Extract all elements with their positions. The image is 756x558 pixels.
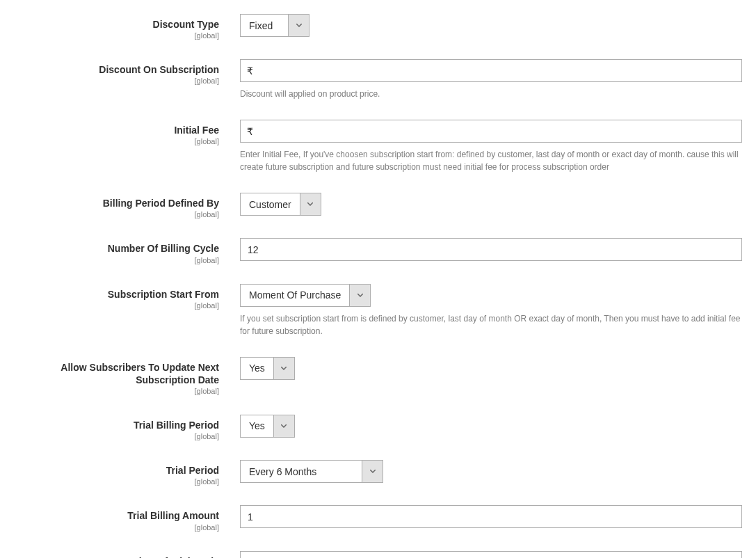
subscription-start-from-help: If you set subscription start from is de… (240, 312, 742, 337)
control-col (240, 505, 749, 531)
scope-label: [global] (7, 301, 219, 310)
field-trial-billing-amount: Trial Billing Amount [global] (7, 505, 749, 531)
label-col: Billing Period Defined By [global] (7, 193, 240, 218)
allow-update-next-date-select[interactable]: Yes (240, 357, 295, 380)
currency-icon: ₹ (247, 65, 253, 77)
scope-label: [global] (7, 432, 219, 440)
scope-label: [global] (7, 477, 219, 486)
select-value: Moment Of Purchase (241, 285, 349, 306)
select-value: Customer (241, 193, 300, 215)
initial-fee-label: Initial Fee (7, 124, 219, 136)
control-col (240, 551, 749, 559)
control-col: ₹ Discount will applied on product price… (240, 59, 749, 100)
trial-period-select[interactable]: Every 6 Months (240, 460, 383, 483)
number-of-trial-cycle-input[interactable] (240, 551, 742, 559)
select-value: Yes (241, 415, 273, 437)
trial-billing-amount-input[interactable] (240, 505, 742, 528)
trial-billing-period-label: Trial Billing Period (7, 419, 219, 431)
chevron-down-icon (349, 285, 370, 306)
control-col: Yes (240, 357, 749, 395)
label-col: Discount Type [global] (7, 14, 240, 40)
field-subscription-start-from: Subscription Start From [global] Moment … (7, 284, 749, 337)
billing-period-defined-by-select[interactable]: Customer (240, 193, 321, 216)
label-col: Trial Period [global] (7, 460, 240, 486)
control-col: Fixed (240, 14, 749, 40)
control-col: Yes (240, 415, 749, 440)
scope-label: [global] (7, 256, 219, 264)
field-number-of-billing-cycle: Number Of Billing Cycle [global] (7, 238, 749, 264)
field-discount-on-subscription: Discount On Subscription [global] ₹ Disc… (7, 59, 749, 100)
scope-label: [global] (7, 387, 219, 395)
subscription-start-from-label: Subscription Start From (7, 288, 219, 301)
control-col: Moment Of Purchase If you set subscripti… (240, 284, 749, 337)
chevron-down-icon (288, 15, 309, 36)
scope-label: [global] (7, 77, 219, 85)
initial-fee-input[interactable] (240, 120, 742, 143)
scope-label: [global] (7, 137, 219, 145)
field-billing-period-defined-by: Billing Period Defined By [global] Custo… (7, 193, 749, 218)
trial-billing-amount-label: Trial Billing Amount (7, 509, 219, 522)
billing-period-defined-by-label: Billing Period Defined By (7, 197, 219, 209)
number-of-trial-cycle-label: Number Of Trial Cycle (7, 555, 219, 559)
currency-icon: ₹ (247, 126, 253, 137)
control-col: ₹ Enter Initial Fee, If you've choosen s… (240, 120, 749, 173)
field-trial-period: Trial Period [global] Every 6 Months (7, 460, 749, 486)
label-col: Trial Billing Amount [global] (7, 505, 240, 531)
label-col: Number Of Billing Cycle [global] (7, 238, 240, 264)
chevron-down-icon (362, 461, 383, 482)
number-of-billing-cycle-label: Number Of Billing Cycle (7, 242, 219, 255)
discount-on-subscription-wrap: ₹ (240, 59, 742, 82)
select-value: Yes (241, 358, 273, 379)
field-discount-type: Discount Type [global] Fixed (7, 14, 749, 40)
label-col: Trial Billing Period [global] (7, 415, 240, 440)
number-of-billing-cycle-input[interactable] (240, 238, 742, 261)
trial-billing-period-select[interactable]: Yes (240, 415, 295, 438)
trial-period-label: Trial Period (7, 464, 219, 477)
field-number-of-trial-cycle: Number Of Trial Cycle [global] (7, 551, 749, 559)
chevron-down-icon (300, 193, 321, 215)
initial-fee-wrap: ₹ (240, 120, 742, 143)
subscription-start-from-select[interactable]: Moment Of Purchase (240, 284, 371, 307)
allow-update-next-date-label: Allow Subscribers To Update Next Subscri… (7, 361, 219, 386)
discount-type-label: Discount Type (7, 18, 219, 31)
discount-on-subscription-input[interactable] (240, 59, 742, 82)
control-col (240, 238, 749, 264)
scope-label: [global] (7, 523, 219, 532)
chevron-down-icon (273, 415, 294, 437)
control-col: Every 6 Months (240, 460, 749, 486)
label-col: Subscription Start From [global] (7, 284, 240, 337)
scope-label: [global] (7, 210, 219, 218)
field-allow-update-next-date: Allow Subscribers To Update Next Subscri… (7, 357, 749, 395)
label-col: Initial Fee [global] (7, 120, 240, 173)
label-col: Discount On Subscription [global] (7, 59, 240, 100)
select-value: Every 6 Months (241, 461, 362, 482)
discount-on-subscription-label: Discount On Subscription (7, 63, 219, 76)
discount-on-subscription-help: Discount will applied on product price. (240, 88, 742, 100)
label-col: Number Of Trial Cycle [global] (7, 551, 240, 559)
control-col: Customer (240, 193, 749, 218)
chevron-down-icon (273, 358, 294, 379)
initial-fee-help: Enter Initial Fee, If you've choosen sub… (240, 148, 742, 173)
select-value: Fixed (241, 15, 288, 36)
scope-label: [global] (7, 31, 219, 40)
discount-type-select[interactable]: Fixed (240, 14, 309, 37)
label-col: Allow Subscribers To Update Next Subscri… (7, 357, 240, 395)
field-initial-fee: Initial Fee [global] ₹ Enter Initial Fee… (7, 120, 749, 173)
field-trial-billing-period: Trial Billing Period [global] Yes (7, 415, 749, 440)
